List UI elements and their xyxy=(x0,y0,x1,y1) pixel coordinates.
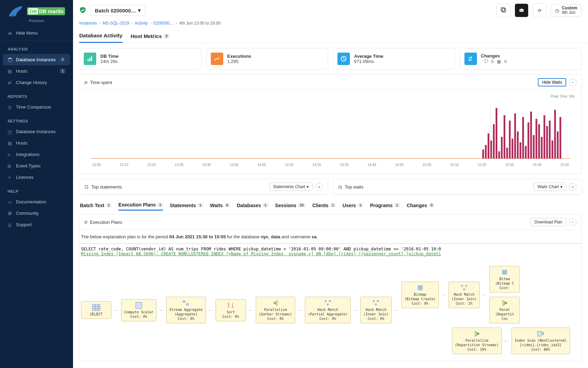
tab-databases[interactable]: Databases1 xyxy=(237,200,268,211)
sidebar-item-settings-hosts[interactable]: ▤Hosts xyxy=(0,137,73,149)
bc-activity[interactable]: Activity xyxy=(135,21,148,26)
plan-node-bitmap1[interactable]: Bitmap(Bitmap Create)Cost: 0% xyxy=(401,282,439,308)
plan-node-bitmap2[interactable]: Bitma(Bitmap CCost: xyxy=(489,266,520,293)
copy-button[interactable] xyxy=(497,3,510,17)
plan-node-hash-inner2[interactable]: Hash Match(Inner Join)Cost: 1% xyxy=(449,282,480,308)
sidebar-item-event-types[interactable]: ⧉Event Types xyxy=(0,160,73,172)
svg-rect-22 xyxy=(512,139,513,158)
tab-changes[interactable]: Changes0 xyxy=(407,200,434,211)
bc-current: 4th Jun 13:00 to 16:00 xyxy=(179,21,220,26)
section-analysis: ANALYSIS xyxy=(0,41,73,54)
sidebar-item-time-comparison[interactable]: ◷ Time Comparison xyxy=(0,101,73,113)
xaxis-tick: 15:20 xyxy=(478,163,486,167)
download-plan-button[interactable]: Download Plan xyxy=(531,218,566,226)
svg-rect-23 xyxy=(514,113,516,159)
svg-rect-37 xyxy=(552,140,553,158)
hide-waits-button[interactable]: Hide Waits xyxy=(538,78,566,86)
trend-icon xyxy=(211,53,223,65)
chevron-left-icon: ≪ xyxy=(8,31,12,36)
svg-rect-7 xyxy=(89,58,90,61)
tag-icon: ⧉ xyxy=(8,164,12,168)
tab-users[interactable]: Users1 xyxy=(343,200,363,211)
life-ring-icon: ◎ xyxy=(8,222,12,227)
svg-rect-33 xyxy=(541,137,543,159)
xaxis-tick: 13:40 xyxy=(202,163,211,167)
tab-execution-plans[interactable]: Execution Plans1 xyxy=(118,200,163,211)
sidebar-item-docs[interactable]: ▭Documentation xyxy=(0,196,73,208)
expand-button[interactable]: + xyxy=(315,183,323,191)
collapse-button[interactable]: − xyxy=(569,218,577,226)
plan-node-parallelism-repart[interactable]: Parallelism(Repartition Streams)Cost: 10… xyxy=(452,328,502,354)
batch-selector[interactable]: Batch 0200000… ▾ xyxy=(90,5,145,16)
bc-batch[interactable]: 0200000… xyxy=(153,21,174,26)
svg-rect-52 xyxy=(377,300,379,302)
xaxis-tick: 15:50 xyxy=(560,163,569,167)
tab-sessions[interactable]: Sessions20 xyxy=(275,200,306,211)
tab-database-activity[interactable]: Database Activity xyxy=(79,29,123,43)
stats-row: DB Time14m 29s Executions1,295 Average T… xyxy=(79,48,582,70)
plan-node-parallelism-repart2[interactable]: Paral(RepartitCos xyxy=(489,297,520,323)
tab-waits[interactable]: Waits6 xyxy=(210,200,230,211)
hide-menu-button[interactable]: ≪ Hide Menu xyxy=(0,26,73,41)
sidebar-item-database-instances[interactable]: Database Instances 5 xyxy=(3,54,70,65)
bc-mssql[interactable]: MS-SQL-2019 xyxy=(102,21,129,26)
sidebar-item-settings-db-instances[interactable]: ◫Database Instances xyxy=(0,126,73,137)
section-help: HELP xyxy=(0,183,73,196)
sidebar-item-licences[interactable]: ✧Licences xyxy=(0,172,73,183)
refresh-button[interactable]: ⟳ xyxy=(533,3,546,17)
logo-area: DBDB marlin Premium xyxy=(0,0,73,26)
assistant-button[interactable] xyxy=(515,3,528,17)
tab-programs[interactable]: Programs1 xyxy=(370,200,400,211)
swap-icon xyxy=(464,53,477,65)
book-icon: ▭ xyxy=(8,200,12,204)
tab-host-metrics[interactable]: Host Metrics0 xyxy=(131,29,170,43)
svg-rect-20 xyxy=(506,148,508,158)
collapse-button[interactable]: − xyxy=(569,79,577,86)
waits-chart-button[interactable]: Waits Chart▾ xyxy=(534,183,566,191)
top-statements-panel: ☷ Top statements Statements Chart▾ + xyxy=(79,179,328,195)
svg-rect-45 xyxy=(186,303,189,305)
plan-diagram: SELECT ← Compute ScalarCost: 0% ← Stream… xyxy=(80,259,581,361)
xaxis-tick: 15:30 xyxy=(505,163,514,167)
sidebar-item-change-history[interactable]: ⇄ Change History xyxy=(0,77,73,88)
svg-rect-36 xyxy=(549,121,551,159)
calendar-icon: ▦ xyxy=(497,59,501,64)
plan-node-compute[interactable]: Compute ScalarCost: 0% xyxy=(121,299,156,321)
svg-rect-53 xyxy=(375,304,377,305)
plan-description: The below explanation plan is for the pe… xyxy=(80,230,581,243)
svg-rect-25 xyxy=(519,142,521,158)
list-icon: ☷ xyxy=(84,184,89,190)
svg-rect-35 xyxy=(546,126,548,158)
svg-rect-15 xyxy=(493,124,495,158)
plan-node-select[interactable]: SELECT xyxy=(81,301,111,319)
breadcrumb: Instances› MS-SQL-2019› Activity› 020000… xyxy=(73,21,588,29)
sidebar-item-integrations[interactable]: ⎋Integrations xyxy=(0,149,73,160)
svg-rect-28 xyxy=(527,122,529,158)
sidebar-item-community[interactable]: ⌘Community xyxy=(0,208,73,219)
plan-node-sort[interactable]: AZSortCost: 0% xyxy=(216,299,246,321)
tab-batch-text[interactable]: Batch Text1 xyxy=(80,200,111,211)
plan-node-hash-inner1[interactable]: Hash Match(Inner Join)Cost: 0% xyxy=(360,297,391,323)
time-range-selector[interactable]: ◷ Custom 4th Jun xyxy=(551,4,582,17)
sidebar-item-hosts[interactable]: ▤ Hosts 1 xyxy=(0,65,73,77)
sidebar-item-support[interactable]: ◎Support xyxy=(0,219,73,230)
svg-rect-8 xyxy=(91,56,92,61)
plan-node-stream[interactable]: Stream Aggregate(Aggregate)Cost: 0% xyxy=(166,297,206,323)
svg-rect-24 xyxy=(517,131,519,158)
tab-statements[interactable]: Statements1 xyxy=(170,200,203,211)
bc-instances[interactable]: Instances xyxy=(79,21,97,26)
plan-node-hash-partial[interactable]: Hash Match(Partial Aggregate)Cost: 0% xyxy=(305,297,351,323)
server-icon: ▤ xyxy=(8,69,12,74)
expand-button[interactable]: + xyxy=(569,183,577,191)
svg-rect-58 xyxy=(502,270,507,275)
database-icon: ◫ xyxy=(8,129,12,134)
xaxis-tick: 14:40 xyxy=(368,163,376,167)
copy-icon xyxy=(500,7,507,14)
main-content: Batch 0200000… ▾ ⟳ ◷ Custom 4th Jun Inst… xyxy=(73,0,588,368)
tab-clients[interactable]: Clients1 xyxy=(312,200,335,211)
plan-node-index-scan[interactable]: Index Scan (NonClustered)[rides].[rides_… xyxy=(512,328,570,354)
bar-chart-icon xyxy=(84,53,96,65)
svg-rect-40 xyxy=(560,117,561,158)
statements-chart-button[interactable]: Statements Chart▾ xyxy=(269,183,313,191)
plan-node-parallelism-gather[interactable]: Parallelism(Gather Streams)Cost: 0% xyxy=(256,297,295,323)
